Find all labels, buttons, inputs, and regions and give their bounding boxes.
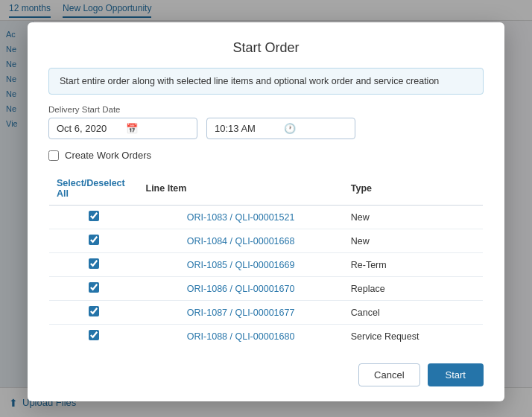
- table-row: ORI-1084 / QLI-00001668New: [49, 229, 484, 253]
- row-checkbox-cell: [49, 229, 139, 253]
- row-checkbox[interactable]: [89, 306, 99, 316]
- row-type-cell: Service Request: [343, 325, 484, 348]
- ori-link[interactable]: ORI-1085: [187, 260, 227, 270]
- calendar-icon[interactable]: 📅: [126, 123, 189, 134]
- row-type-cell: New: [343, 206, 484, 229]
- ori-link[interactable]: ORI-1086: [187, 284, 227, 294]
- qli-link[interactable]: QLI-00001670: [235, 284, 294, 294]
- qli-link[interactable]: QLI-00001669: [235, 260, 294, 270]
- row-line-item-cell: ORI-1087 / QLI-00001677: [139, 301, 343, 325]
- clock-icon[interactable]: 🕐: [284, 123, 347, 134]
- time-value: 10:13 AM: [215, 123, 278, 134]
- qli-link[interactable]: QLI-00001521: [235, 212, 294, 223]
- row-checkbox-cell: [49, 206, 139, 229]
- info-box: Start entire order along with selected l…: [48, 68, 484, 95]
- cancel-button[interactable]: Cancel: [358, 363, 419, 386]
- time-input[interactable]: 10:13 AM 🕐: [206, 118, 355, 139]
- row-type-cell: Re-Term: [343, 253, 484, 277]
- ori-link[interactable]: ORI-1088: [187, 331, 227, 342]
- ori-link[interactable]: ORI-1087: [187, 308, 227, 318]
- row-line-item-cell: ORI-1084 / QLI-00001668: [139, 229, 343, 253]
- table-row: ORI-1088 / QLI-00001680Service Request: [49, 325, 484, 348]
- row-line-item-cell: ORI-1088 / QLI-00001680: [139, 325, 343, 348]
- ori-link[interactable]: ORI-1083: [187, 212, 227, 223]
- date-input[interactable]: Oct 6, 2020 📅: [48, 118, 197, 139]
- start-button[interactable]: Start: [428, 363, 484, 386]
- row-checkbox-cell: [49, 301, 139, 325]
- row-checkbox-cell: [49, 253, 139, 277]
- date-value: Oct 6, 2020: [57, 123, 120, 134]
- table-row: ORI-1085 / QLI-00001669Re-Term: [49, 253, 484, 277]
- row-checkbox[interactable]: [89, 235, 99, 245]
- row-type-cell: Replace: [343, 277, 484, 301]
- col-line-item: Line Item: [139, 172, 343, 206]
- col-select-all[interactable]: Select/Deselect All: [49, 172, 139, 206]
- modal-footer: Cancel Start: [48, 363, 484, 386]
- row-checkbox-cell: [49, 325, 139, 348]
- row-line-item-cell: ORI-1085 / QLI-00001669: [139, 253, 343, 277]
- create-work-orders-row: Create Work Orders: [48, 150, 484, 161]
- row-checkbox[interactable]: [89, 282, 99, 293]
- row-line-item-cell: ORI-1083 / QLI-00001521: [139, 206, 343, 229]
- line-items-table: Select/Deselect All Line Item Type ORI-1…: [48, 171, 484, 348]
- row-checkbox[interactable]: [89, 330, 99, 340]
- create-work-orders-label: Create Work Orders: [65, 150, 151, 161]
- qli-link[interactable]: QLI-00001668: [235, 236, 294, 246]
- table-row: ORI-1083 / QLI-00001521New: [49, 206, 484, 229]
- table-row: ORI-1086 / QLI-00001670Replace: [49, 277, 484, 301]
- row-checkbox-cell: [49, 277, 139, 301]
- qli-link[interactable]: QLI-00001677: [235, 308, 294, 318]
- col-type: Type: [343, 172, 484, 206]
- ori-link[interactable]: ORI-1084: [187, 236, 227, 246]
- table-row: ORI-1087 / QLI-00001677Cancel: [49, 301, 484, 325]
- create-work-orders-checkbox[interactable]: [48, 150, 59, 161]
- start-order-modal: Start Order Start entire order along wit…: [28, 22, 504, 401]
- row-checkbox[interactable]: [89, 211, 99, 221]
- date-time-row: Oct 6, 2020 📅 10:13 AM 🕐: [48, 118, 484, 139]
- qli-link[interactable]: QLI-00001680: [235, 331, 294, 342]
- delivery-label: Delivery Start Date: [48, 105, 484, 114]
- row-checkbox[interactable]: [89, 258, 99, 269]
- row-type-cell: Cancel: [343, 301, 484, 325]
- row-type-cell: New: [343, 229, 484, 253]
- table-header-row: Select/Deselect All Line Item Type: [49, 172, 484, 206]
- row-line-item-cell: ORI-1086 / QLI-00001670: [139, 277, 343, 301]
- modal-title: Start Order: [48, 40, 484, 56]
